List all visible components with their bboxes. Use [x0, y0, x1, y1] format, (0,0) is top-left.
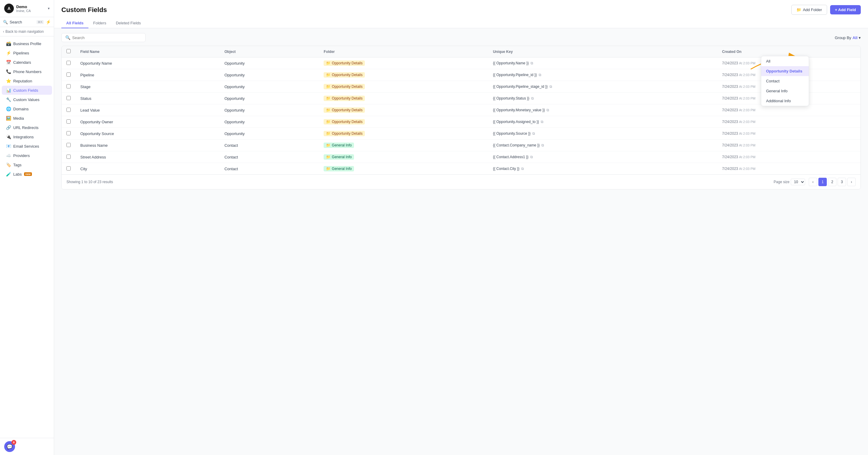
- row-checkbox-cell[interactable]: [62, 81, 75, 93]
- sidebar-item-domains[interactable]: 🌐 Domains: [2, 104, 52, 113]
- row-checkbox[interactable]: [66, 119, 71, 124]
- add-folder-button[interactable]: 📁 Add Folder: [791, 5, 827, 15]
- sidebar-item-label: Domains: [13, 107, 29, 111]
- unique-key-cell: {{ Contact.Company_name }} ⧉: [488, 140, 717, 151]
- folder-icon: 📁: [326, 143, 331, 147]
- sidebar-item-labs[interactable]: 🧪 Labs new: [2, 170, 52, 179]
- sidebar-nav: 🗃️ Business Profile ⚡ Pipelines 📅 Calend…: [0, 36, 54, 438]
- created-on-cell: 7/24/2023 At 2:03 PM: [717, 163, 861, 175]
- tab-all-fields[interactable]: All Fields: [61, 18, 88, 28]
- demo-info: Demo Irvine, CA: [16, 4, 45, 12]
- copy-icon[interactable]: ⧉: [530, 155, 533, 159]
- page-2-button[interactable]: 2: [828, 178, 836, 186]
- row-checkbox-cell[interactable]: [62, 57, 75, 69]
- page-size-select[interactable]: 10 25 50: [791, 179, 805, 185]
- copy-icon[interactable]: ⧉: [547, 108, 549, 112]
- object-cell: Opportunity: [220, 128, 319, 140]
- tab-deleted-fields[interactable]: Deleted Fields: [111, 18, 146, 28]
- custom-values-icon: 🔧: [6, 97, 11, 102]
- copy-icon[interactable]: ⧉: [550, 85, 552, 89]
- created-on-cell: 7/24/2023 At 2:03 PM: [717, 151, 861, 163]
- sidebar-item-reputation[interactable]: ⭐ Reputation: [2, 77, 52, 85]
- row-checkbox[interactable]: [66, 96, 71, 100]
- tab-folders[interactable]: Folders: [88, 18, 111, 28]
- select-all-header[interactable]: [62, 46, 75, 57]
- copy-icon[interactable]: ⧉: [532, 131, 535, 135]
- sidebar-item-phone-numbers[interactable]: 📞 Phone Numbers: [2, 67, 52, 76]
- copy-icon[interactable]: ⧉: [541, 120, 544, 124]
- row-checkbox-cell[interactable]: [62, 140, 75, 151]
- row-checkbox-cell[interactable]: [62, 104, 75, 116]
- add-field-label: + Add Field: [835, 7, 856, 12]
- dropdown-item-all[interactable]: All: [761, 56, 809, 66]
- row-checkbox[interactable]: [66, 155, 71, 159]
- add-folder-label: Add Folder: [803, 7, 822, 12]
- copy-icon[interactable]: ⧉: [531, 61, 533, 65]
- table-row: Opportunity Owner Opportunity 📁 Opportun…: [62, 116, 861, 128]
- sidebar-item-providers[interactable]: ☁️ Providers: [2, 151, 52, 160]
- object-cell: Opportunity: [220, 69, 319, 81]
- folder-icon: 📁: [326, 96, 331, 100]
- field-name-cell: City: [75, 163, 220, 175]
- row-checkbox[interactable]: [66, 131, 71, 135]
- page-1-button[interactable]: 1: [818, 178, 827, 186]
- copy-icon[interactable]: ⧉: [541, 143, 544, 147]
- row-checkbox-cell[interactable]: [62, 128, 75, 140]
- search-input-wrap[interactable]: 🔍: [61, 33, 146, 42]
- row-checkbox-cell[interactable]: [62, 151, 75, 163]
- add-field-button[interactable]: + Add Field: [830, 5, 861, 14]
- sidebar-item-pipelines[interactable]: ⚡ Pipelines: [2, 49, 52, 57]
- sidebar-item-label: Tags: [13, 163, 21, 167]
- select-all-checkbox[interactable]: [66, 49, 71, 53]
- search-input[interactable]: [72, 35, 142, 40]
- row-checkbox[interactable]: [66, 61, 71, 65]
- page-size-label: Page size: [774, 180, 789, 184]
- table-row: Opportunity Source Opportunity 📁 Opportu…: [62, 128, 861, 140]
- object-cell: Contact: [220, 163, 319, 175]
- row-checkbox-cell[interactable]: [62, 69, 75, 81]
- sidebar-item-label: Custom Fields: [13, 88, 38, 93]
- unique-key-cell: {{ Opportunity.Source }} ⧉: [488, 128, 717, 140]
- row-checkbox-cell[interactable]: [62, 163, 75, 175]
- row-checkbox[interactable]: [66, 143, 71, 147]
- chat-badge: 8: [11, 440, 16, 445]
- row-checkbox-cell[interactable]: [62, 93, 75, 104]
- table-row: Pipeline Opportunity 📁 Opportunity Detai…: [62, 69, 861, 81]
- field-name-cell: Status: [75, 93, 220, 104]
- sidebar-header[interactable]: A Demo Irvine, CA ▾: [0, 0, 54, 17]
- unique-key-value: {{ Opportunity.Name }}: [493, 61, 529, 65]
- dropdown-item-additional-info[interactable]: Additional Info: [761, 96, 809, 106]
- sidebar-item-label: Custom Values: [13, 97, 39, 102]
- row-checkbox[interactable]: [66, 72, 71, 77]
- sidebar-item-url-redirects[interactable]: 🔗 URL Redirects: [2, 123, 52, 132]
- dropdown-item-opportunity-details[interactable]: Opportunity Details: [761, 66, 809, 76]
- sidebar-item-email-services[interactable]: 📧 Email Services: [2, 142, 52, 151]
- group-by-control[interactable]: Group By All ▾: [835, 35, 861, 40]
- row-checkbox[interactable]: [66, 108, 71, 112]
- sidebar-item-tags[interactable]: 🏷️ Tags: [2, 160, 52, 169]
- copy-icon[interactable]: ⧉: [539, 73, 541, 77]
- sidebar-search[interactable]: 🔍 Search ⌘K ⚡: [0, 17, 54, 27]
- sidebar-item-business-profile[interactable]: 🗃️ Business Profile: [2, 39, 52, 48]
- sidebar-item-media[interactable]: 🖼️ Media: [2, 114, 52, 123]
- sidebar-item-integrations[interactable]: 🔌 Integrations: [2, 132, 52, 141]
- back-to-main-nav[interactable]: ‹ Back to main navigation: [0, 27, 54, 36]
- sidebar-item-calendars[interactable]: 📅 Calendars: [2, 58, 52, 67]
- object-cell: Contact: [220, 140, 319, 151]
- row-checkbox-cell[interactable]: [62, 116, 75, 128]
- page-3-button[interactable]: 3: [838, 178, 846, 186]
- prev-page-button[interactable]: ‹: [809, 178, 817, 186]
- sidebar-item-custom-fields[interactable]: 📊 Custom Fields: [2, 86, 52, 95]
- dropdown-item-general-info[interactable]: General Info: [761, 86, 809, 96]
- unique-key-cell: {{ Opportunity.Status }} ⧉: [488, 93, 717, 104]
- row-checkbox[interactable]: [66, 84, 71, 88]
- chat-bubble-button[interactable]: 💬 8: [4, 441, 15, 452]
- integrations-icon: 🔌: [6, 134, 11, 139]
- copy-icon[interactable]: ⧉: [521, 166, 524, 171]
- field-name-cell: Opportunity Name: [75, 57, 220, 69]
- sidebar-item-custom-values[interactable]: 🔧 Custom Values: [2, 95, 52, 104]
- dropdown-item-contact[interactable]: Contact: [761, 76, 809, 86]
- next-page-button[interactable]: ›: [847, 178, 856, 186]
- row-checkbox[interactable]: [66, 166, 71, 171]
- copy-icon[interactable]: ⧉: [531, 96, 534, 100]
